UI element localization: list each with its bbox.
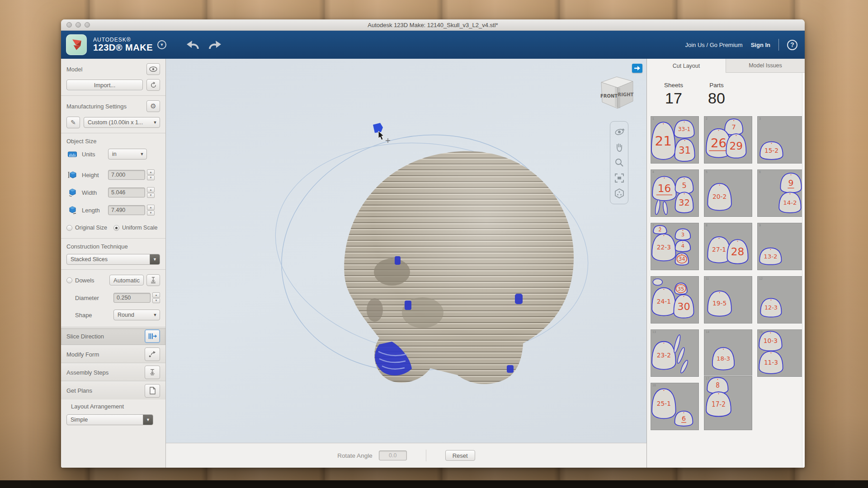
part-sliver-outline (655, 199, 661, 215)
construction-technique-value: Stacked Slices (67, 256, 150, 263)
width-stepper[interactable]: ▲▼ (147, 187, 155, 198)
sheet-parts-drawing: 72629 (704, 117, 752, 163)
original-size-radio[interactable] (66, 225, 72, 231)
height-input[interactable] (108, 170, 145, 180)
join-premium-link[interactable]: Join Us / Go Premium (685, 42, 743, 48)
dowels-radio[interactable] (66, 277, 72, 283)
get-plans-button[interactable] (145, 384, 160, 398)
sheet-thumbnail[interactable]: 1323-2 (651, 329, 699, 377)
dowel-mode-button[interactable]: Automatic (109, 275, 144, 286)
edit-preset-button[interactable]: ✎ (66, 117, 80, 128)
modify-form-section-header[interactable]: Modify Form (61, 345, 165, 363)
collapse-panel-button[interactable] (632, 64, 642, 73)
view-cube[interactable]: FRONT RIGHT (595, 74, 638, 112)
skull-mesh[interactable] (344, 151, 574, 384)
import-button[interactable]: Import... (66, 80, 143, 90)
visibility-toggle-button[interactable] (146, 63, 160, 75)
sheet-thumbnail[interactable]: 1625-16 (651, 383, 699, 430)
reset-button[interactable]: Reset (445, 450, 475, 461)
sheet-parts-drawing: 15-2 (758, 117, 805, 163)
registration-dot (718, 130, 719, 131)
sheet-thumbnail[interactable]: 17817-2 (704, 376, 752, 430)
get-plans-section-header[interactable]: Get Plans (61, 381, 165, 399)
sheet-thumbnail[interactable]: 1510-311-3 (757, 329, 805, 377)
app-menu-chevron-icon[interactable]: ▼ (157, 40, 166, 49)
sheet-thumbnail[interactable]: 520-2 (704, 169, 752, 217)
help-button[interactable]: ? (787, 40, 797, 50)
shape-dropdown[interactable]: Round ▼ (113, 310, 160, 320)
sheet-thumbnail[interactable]: 12133-131 (651, 116, 699, 164)
viewcube-front-face[interactable]: FRONT (600, 94, 618, 99)
tab-model-issues[interactable]: Model Issues (726, 59, 805, 73)
chevron-down-icon: ▼ (137, 152, 146, 156)
dowel-placement-button[interactable] (146, 274, 160, 286)
rotate-angle-input[interactable] (379, 450, 407, 460)
length-stepper[interactable]: ▲▼ (147, 205, 155, 216)
length-input[interactable] (108, 205, 145, 215)
slice-direction-section-header[interactable]: Slice Direction (61, 327, 165, 345)
sheet-thumbnail[interactable]: 315-2 (757, 116, 805, 164)
sign-in-link[interactable]: Sign In (751, 42, 770, 48)
construction-technique-dropdown[interactable]: Stacked Slices ▼ (66, 254, 160, 265)
width-input[interactable] (108, 188, 145, 197)
home-view-tool-icon[interactable] (614, 188, 625, 199)
registration-dot (718, 393, 719, 394)
sheet-thumbnail[interactable]: 1212-3 (757, 276, 805, 324)
zoom-tool-icon[interactable] (614, 157, 625, 168)
rotate-angle-bar: Rotate Angle Reset (166, 443, 646, 468)
panel-scrollbar[interactable] (802, 73, 805, 468)
sheet-number: 15 (759, 330, 763, 333)
fit-view-tool-icon[interactable] (614, 173, 625, 183)
sheets-label: Sheets (664, 82, 683, 89)
bottombar-divider (426, 450, 426, 461)
manufacturing-settings-button[interactable]: ⚙ (146, 100, 160, 112)
window-title: Autodesk 123D Make: 12140_Skull_v3_L2_v4… (61, 22, 805, 28)
registration-dot (684, 140, 685, 141)
part-number-label: 14-2 (783, 199, 797, 206)
sheet-parts-drawing: 16532 (651, 170, 698, 216)
modify-form-button[interactable] (145, 347, 160, 361)
sheet-thumbnail[interactable]: 827-128 (704, 223, 752, 270)
registration-dot (723, 349, 724, 350)
reload-model-button[interactable] (146, 79, 160, 91)
assembly-steps-button[interactable] (145, 366, 160, 379)
sheet-thumbnail[interactable]: 1418-3 (704, 329, 752, 377)
layout-arrangement-dropdown[interactable]: Simple ▼ (66, 414, 153, 425)
registration-dot (682, 230, 683, 231)
registration-dot (663, 289, 664, 290)
ruler-icon (68, 151, 77, 157)
sheet-thumbnail[interactable]: 103524-130 (651, 276, 699, 324)
app-window: Autodesk 123D Make: 12140_Skull_v3_L2_v4… (61, 19, 805, 468)
registration-dot (684, 178, 685, 179)
part-number-label: 28 (731, 246, 745, 258)
diameter-label: Diameter (75, 295, 104, 301)
sheet-thumbnail[interactable]: 913-2 (757, 223, 805, 270)
model-viewport[interactable]: FRONT RIGHT (166, 59, 646, 468)
assembly-steps-section-header[interactable]: Assembly Steps (61, 363, 165, 381)
chevron-down-icon: ▼ (151, 120, 160, 125)
pan-tool-icon[interactable] (614, 142, 625, 153)
sheet-thumbnail[interactable]: 72322-3434 (651, 223, 699, 270)
registration-dot (663, 343, 664, 343)
redo-button[interactable] (207, 39, 222, 51)
sheet-thumbnail[interactable]: 416532 (651, 169, 699, 217)
sheet-parts-drawing: 25-16 (651, 383, 698, 430)
slice-direction-button[interactable] (145, 329, 160, 343)
undo-button[interactable] (185, 39, 201, 51)
units-dropdown[interactable]: in ▼ (108, 149, 147, 160)
uniform-scale-radio[interactable] (113, 225, 119, 231)
height-stepper[interactable]: ▲▼ (147, 169, 155, 180)
units-label: Units (82, 151, 108, 158)
orbit-tool-icon[interactable] (614, 127, 625, 137)
diameter-stepper[interactable]: ▲▼ (152, 292, 160, 303)
modify-form-icon (148, 351, 156, 358)
skull-3d-model[interactable] (166, 59, 646, 443)
viewcube-right-face[interactable]: RIGHT (618, 92, 634, 97)
dowels-label: Dowels (75, 277, 94, 284)
tab-cut-layout[interactable]: Cut Layout (647, 59, 726, 73)
preset-dropdown[interactable]: Custom (10.00in x 1... ▼ (84, 117, 160, 128)
sheet-thumbnail[interactable]: 272629 (704, 116, 752, 164)
diameter-input[interactable] (113, 293, 151, 303)
sheet-thumbnail[interactable]: 6914-2 (757, 169, 805, 217)
sheet-thumbnail[interactable]: 1119-5 (704, 276, 752, 324)
